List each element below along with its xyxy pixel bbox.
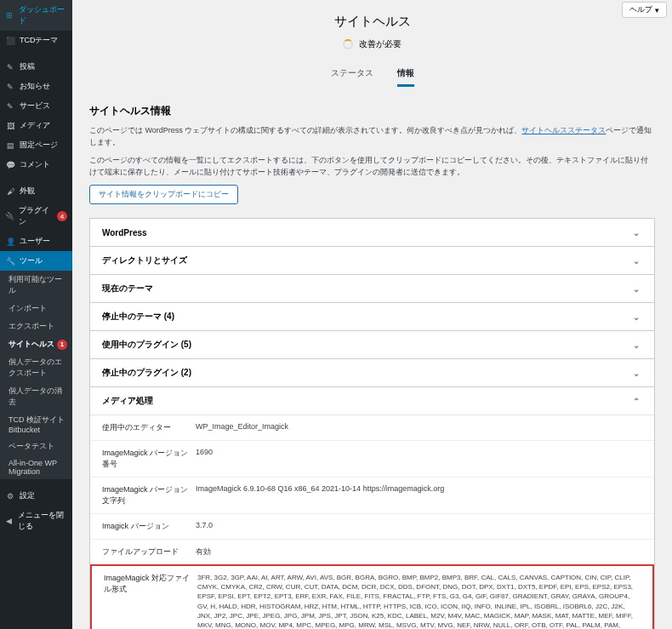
settings-icon: ⚙ xyxy=(5,491,15,501)
chevron-up-icon: ⌃ xyxy=(630,395,642,407)
info-label: ImageMagick 対応ファイル形式 xyxy=(104,573,197,629)
sidebar-item[interactable]: ⊞ダッシュボード xyxy=(0,0,72,31)
accordion-header[interactable]: ディレクトリとサイズ ⌄ xyxy=(90,247,654,274)
sidebar-label: ダッシュボード xyxy=(19,4,67,26)
health-status-link[interactable]: サイトヘルスステータス xyxy=(521,126,606,134)
media-icon: 🖾 xyxy=(5,121,15,131)
sidebar-subitem[interactable]: インポート xyxy=(0,300,72,317)
sidebar-item[interactable]: ◀メニューを閉じる xyxy=(0,506,72,536)
accordion-body: 使用中のエディター WP_Image_Editor_Imagick ImageM… xyxy=(90,415,654,629)
sidebar-subitem[interactable]: サイトヘルス1 xyxy=(0,335,72,353)
info-value: 有効 xyxy=(196,546,642,558)
sidebar-item[interactable]: ⬛TCDテーマ xyxy=(0,31,72,50)
help-button[interactable]: ヘルプ ▾ xyxy=(622,2,667,18)
accordion-section: WordPress ⌄ xyxy=(89,218,655,247)
chevron-down-icon: ⌄ xyxy=(630,226,642,238)
plugin-icon: 🔌 xyxy=(5,211,14,221)
accordion-header[interactable]: 現在のテーマ ⌄ xyxy=(90,275,654,302)
accordion-header[interactable]: 使用中のプラグイン (5) ⌄ xyxy=(90,331,654,358)
accordion-header[interactable]: 停止中のテーマ (4) ⌄ xyxy=(90,303,654,330)
info-value: ImageMagick 6.9.10-68 Q16 x86_64 2021-10… xyxy=(196,484,642,506)
sidebar-item[interactable]: 🖾メディア xyxy=(0,116,72,135)
sidebar-label: TCD 検証サイト Bitbucket xyxy=(9,415,65,434)
sidebar-item[interactable]: 🔌プラグイン4 xyxy=(0,201,72,232)
sidebar-subitem[interactable]: All-in-One WP Migration xyxy=(0,455,72,479)
sidebar-item[interactable]: ✎サービス xyxy=(0,96,72,116)
chevron-down-icon: ⌄ xyxy=(630,283,642,294)
sidebar-item[interactable]: ✎お知らせ xyxy=(0,77,72,96)
sidebar-label: サービス xyxy=(20,100,50,112)
comment-icon: 💬 xyxy=(5,160,15,170)
user-icon: 👤 xyxy=(5,237,15,247)
accordion-title: WordPress xyxy=(102,228,147,237)
sidebar-item[interactable]: 💬コメント xyxy=(0,155,72,174)
sidebar-label: All-in-One WP Migration xyxy=(9,459,57,476)
info-label: Imagick バージョン xyxy=(102,521,196,532)
info-value: WP_Image_Editor_Imagick xyxy=(196,422,642,433)
sidebar-label: 外観 xyxy=(20,186,35,197)
sidebar-subitem[interactable]: TCD 検証サイト Bitbucket xyxy=(0,411,72,437)
chevron-down-icon: ⌄ xyxy=(630,339,642,351)
sidebar-label: インポート xyxy=(9,304,47,312)
page-title: サイトヘルス xyxy=(89,14,655,30)
sidebar-subitem[interactable]: 利用可能なツール xyxy=(0,271,72,300)
info-row: ImageMagick バージョン番号 1690 xyxy=(90,440,654,477)
admin-sidebar: ⊞ダッシュボード⬛TCDテーマ ✎投稿✎お知らせ✎サービス🖾メディア▤固定ページ… xyxy=(0,0,72,629)
info-row: ImageMagick バージョン文字列 ImageMagick 6.9.10-… xyxy=(90,477,654,513)
appearance-icon: 🖌 xyxy=(5,186,15,197)
info-label: ImageMagick バージョン番号 xyxy=(102,448,196,470)
info-row: ImageMagick 対応ファイル形式 3FR, 3G2, 3GP, AAI,… xyxy=(90,564,654,629)
sidebar-item[interactable]: ⚙設定 xyxy=(0,486,72,506)
accordion-header[interactable]: 停止中のプラグイン (2) ⌄ xyxy=(90,359,654,386)
copy-info-button[interactable]: サイト情報をクリップボードにコピー xyxy=(89,185,238,204)
chevron-down-icon: ⌄ xyxy=(630,311,642,323)
accordion-section: 停止中のプラグイン (2) ⌄ xyxy=(89,359,655,387)
sidebar-label: TCDテーマ xyxy=(20,35,59,46)
sidebar-label: 利用可能なツール xyxy=(9,275,62,294)
sidebar-label: 投稿 xyxy=(20,61,35,72)
accordion-title: メディア処理 xyxy=(102,395,153,407)
chevron-down-icon: ⌄ xyxy=(630,254,642,266)
sidebar-subitem[interactable]: 個人データの消去 xyxy=(0,382,72,411)
sidebar-item[interactable]: 👤ユーザー xyxy=(0,232,72,251)
sidebar-label: 固定ページ xyxy=(20,140,58,151)
post-icon: ✎ xyxy=(5,62,15,72)
sidebar-label: プラグイン xyxy=(19,205,50,227)
sidebar-item[interactable]: 🖌外観 xyxy=(0,181,72,201)
dashboard-icon: ⊞ xyxy=(5,10,14,20)
accordion-title: 現在のテーマ xyxy=(102,283,153,294)
sidebar-label: ツール xyxy=(20,255,43,266)
count-badge: 4 xyxy=(57,211,67,221)
sidebar-label: メニューを閉じる xyxy=(18,510,67,532)
health-status: 改善が必要 xyxy=(89,38,655,50)
sidebar-label: メディア xyxy=(20,120,50,131)
sidebar-label: ベータテスト xyxy=(9,442,54,450)
chevron-down-icon: ▾ xyxy=(655,6,659,14)
announce-icon: ✎ xyxy=(5,82,15,92)
tool-icon: 🔧 xyxy=(5,256,15,266)
sidebar-subitem[interactable]: ベータテスト xyxy=(0,437,72,455)
description-1: このページでは WordPress ウェブサイトの構成に関するすべての詳細が表示… xyxy=(89,125,655,148)
chevron-down-icon: ⌄ xyxy=(630,367,642,379)
info-label: ImageMagick バージョン文字列 xyxy=(102,484,196,506)
sidebar-label: 設定 xyxy=(20,490,35,501)
tab-status[interactable]: ステータス xyxy=(331,62,373,87)
page-icon: ▤ xyxy=(5,140,15,151)
sidebar-item[interactable]: 🔧ツール xyxy=(0,251,72,271)
accordion-header[interactable]: WordPress ⌄ xyxy=(90,219,654,246)
accordion-header[interactable]: メディア処理 ⌃ xyxy=(90,387,654,415)
count-badge: 1 xyxy=(57,340,67,350)
accordion-title: ディレクトリとサイズ xyxy=(102,254,187,266)
accordion-title: 停止中のプラグイン (2) xyxy=(102,367,191,379)
accordion-section: 停止中のテーマ (4) ⌄ xyxy=(89,303,655,331)
accordion-section: 現在のテーマ ⌄ xyxy=(89,275,655,303)
tab-info[interactable]: 情報 xyxy=(397,62,414,87)
sidebar-item[interactable]: ✎投稿 xyxy=(0,57,72,77)
info-row: 使用中のエディター WP_Image_Editor_Imagick xyxy=(90,415,654,440)
info-value: 1690 xyxy=(196,448,642,470)
info-row: ファイルアップロード 有効 xyxy=(90,539,654,564)
sidebar-subitem[interactable]: エクスポート xyxy=(0,317,72,335)
sidebar-subitem[interactable]: 個人データのエクスポート xyxy=(0,353,72,382)
info-label: ファイルアップロード xyxy=(102,546,196,558)
sidebar-item[interactable]: ▤固定ページ xyxy=(0,135,72,155)
